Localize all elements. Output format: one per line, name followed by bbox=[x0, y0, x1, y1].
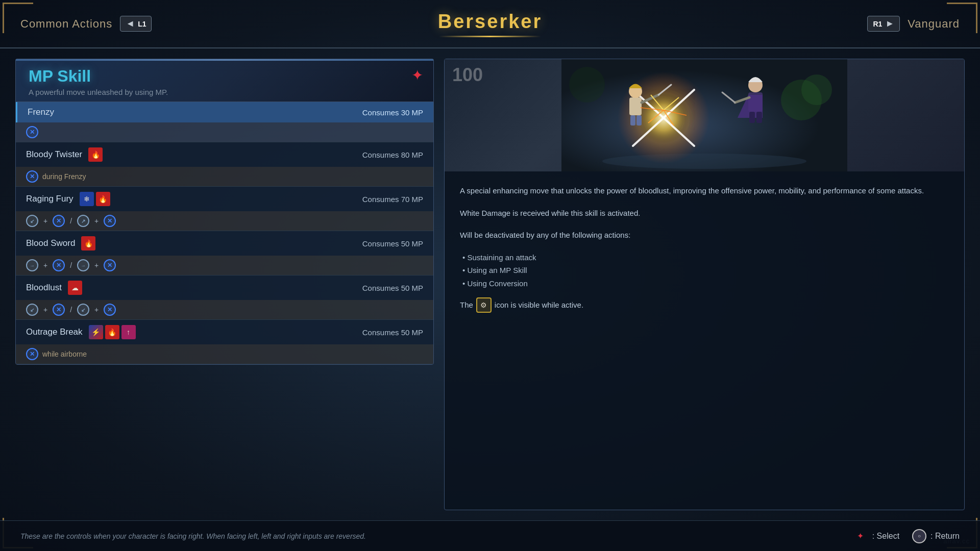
r1-button[interactable]: R1 ► bbox=[867, 16, 900, 32]
r1-label: R1 bbox=[873, 20, 882, 28]
desc-icon-note-section: The ⚙ icon is visible while active. bbox=[460, 297, 583, 313]
type-icon-red-ob: 🔥 bbox=[105, 325, 119, 339]
skill-name-bloodlust: Bloodlust bbox=[26, 283, 62, 293]
svg-rect-6 bbox=[629, 97, 642, 115]
skill-sub-frenzy: ✕ bbox=[16, 122, 433, 142]
type-icon-red-rf: 🔥 bbox=[96, 192, 110, 206]
svg-rect-13 bbox=[756, 112, 762, 123]
desc-list-item-3: • Using Conversion bbox=[460, 277, 949, 290]
main-content: MP Skill A powerful move unleashed by us… bbox=[0, 48, 980, 520]
skill-cost-outrage-break: Consumes 50 MP bbox=[362, 328, 423, 337]
skill-name-area-blood-sword: Blood Sword 🔥 bbox=[26, 236, 95, 251]
desc-white-dmg-section: White Damage is received while this skil… bbox=[460, 207, 949, 220]
desc-icon-suffix: icon is visible while active. bbox=[495, 298, 583, 312]
svg-point-1 bbox=[602, 154, 806, 169]
skill-cost-bloodlust: Consumes 50 MP bbox=[362, 284, 423, 292]
skill-name-area-frenzy: Frenzy bbox=[28, 107, 54, 117]
type-icon-purple-ob: ↑ bbox=[121, 325, 136, 339]
cross-icon-bs1: ✕ bbox=[53, 259, 65, 271]
skill-icons-raging-fury: ❄ 🔥 bbox=[80, 192, 110, 206]
controls-hint: These are the controls when your charact… bbox=[20, 532, 366, 540]
skill-item-outrage-break[interactable]: Outrage Break ⚡ 🔥 ↑ Consumes 50 MP ✕ whi… bbox=[16, 320, 433, 364]
return-control: ○ : Return bbox=[912, 529, 960, 543]
battle-scene-svg bbox=[445, 59, 964, 171]
right-chevron-icon: ► bbox=[885, 18, 894, 29]
panel-icon: ✦ bbox=[411, 67, 423, 84]
desc-white-dmg: White Damage is received while this skil… bbox=[460, 207, 949, 220]
skill-sub-outrage-break: ✕ while airborne bbox=[16, 344, 433, 364]
skill-main-row-raging-fury: Raging Fury ❄ 🔥 Consumes 70 MP bbox=[16, 187, 433, 211]
svg-rect-12 bbox=[749, 112, 755, 123]
skill-main-row-bloody-twister: Bloody Twister 🔥 Consumes 80 MP bbox=[16, 142, 433, 167]
skill-item-raging-fury[interactable]: Raging Fury ❄ 🔥 Consumes 70 MP ↙ + ✕ / ↗… bbox=[16, 187, 433, 231]
select-control: ✦ : Select bbox=[853, 529, 899, 544]
top-navigation: Common Actions ◄ L1 Berserker R1 ► Vangu… bbox=[0, 0, 980, 48]
cross-icon-bl2: ✕ bbox=[104, 304, 116, 316]
skill-list: Frenzy Consumes 30 MP ✕ Bloody Twister 🔥 bbox=[15, 102, 434, 365]
skill-item-frenzy[interactable]: Frenzy Consumes 30 MP ✕ bbox=[16, 102, 433, 142]
skill-preview-image: 100 bbox=[445, 59, 964, 171]
skill-sub-raging-fury: ↙ + ✕ / ↗ + ✕ bbox=[16, 211, 433, 231]
skill-name-area-bloody-twister: Bloody Twister 🔥 bbox=[26, 147, 103, 162]
skill-icons-bloodlust: ☁ bbox=[68, 281, 82, 295]
type-icon-red-bs: 🔥 bbox=[81, 236, 95, 251]
skill-cost-bloody-twister: Consumes 80 MP bbox=[362, 151, 423, 159]
skill-main-row-frenzy: Frenzy Consumes 30 MP bbox=[16, 102, 433, 122]
svg-rect-9 bbox=[636, 115, 642, 126]
common-actions-label: Common Actions bbox=[20, 17, 112, 31]
bottom-bar: These are the controls when your charact… bbox=[0, 520, 980, 551]
desc-list-item-2: • Using an MP Skill bbox=[460, 264, 949, 277]
skill-icons-outrage-break: ⚡ 🔥 ↑ bbox=[89, 325, 136, 339]
nav-right: R1 ► Vanguard bbox=[766, 16, 960, 32]
sub-text-bt: during Frenzy bbox=[42, 172, 86, 181]
skill-name-blood-sword: Blood Sword bbox=[26, 238, 75, 248]
panel-subtitle: A powerful move unleashed by using MP. bbox=[29, 88, 421, 96]
active-skill-icon: ⚙ bbox=[476, 297, 492, 313]
skill-name-bloody-twister: Bloody Twister bbox=[26, 149, 82, 160]
skill-icons-bloody-twister: 🔥 bbox=[88, 147, 103, 162]
type-icon-mixed-ob: ⚡ bbox=[89, 325, 103, 339]
skill-name-area-raging-fury: Raging Fury ❄ 🔥 bbox=[26, 192, 110, 206]
skill-name-frenzy: Frenzy bbox=[28, 107, 54, 117]
type-icon-red-bl: ☁ bbox=[68, 281, 82, 295]
arrow-icon-bs2: → bbox=[77, 259, 89, 271]
nav-left: Common Actions ◄ L1 bbox=[20, 16, 214, 32]
panel-header: MP Skill A powerful move unleashed by us… bbox=[15, 59, 434, 102]
select-label: : Select bbox=[872, 532, 899, 541]
skill-name-area-outrage-break: Outrage Break ⚡ 🔥 ↑ bbox=[26, 325, 136, 339]
skill-item-bloody-twister[interactable]: Bloody Twister 🔥 Consumes 80 MP ✕ during… bbox=[16, 142, 433, 187]
cross-icon-bs2: ✕ bbox=[104, 259, 116, 271]
left-chevron-icon: ◄ bbox=[126, 18, 135, 29]
skill-item-bloodlust[interactable]: Bloodlust ☁ Consumes 50 MP ↙ + ✕ / ↙ + ✕ bbox=[16, 276, 433, 320]
skill-icons-blood-sword: 🔥 bbox=[81, 236, 95, 251]
arrow-icon-rf1: ↙ bbox=[26, 215, 38, 227]
desc-icon-prefix: The bbox=[460, 298, 473, 312]
arrow-icon-bl1: ↙ bbox=[26, 304, 38, 316]
type-icon-blue-rf: ❄ bbox=[80, 192, 94, 206]
title-underline bbox=[439, 36, 541, 37]
skill-item-blood-sword[interactable]: Blood Sword 🔥 Consumes 50 MP → + ✕ / → +… bbox=[16, 231, 433, 276]
cross-icon-ob: ✕ bbox=[26, 348, 38, 360]
skill-main-row-blood-sword: Blood Sword 🔥 Consumes 50 MP bbox=[16, 231, 433, 256]
skill-name-raging-fury: Raging Fury bbox=[26, 194, 74, 204]
skill-sub-blood-sword: → + ✕ / → + ✕ bbox=[16, 256, 433, 275]
l1-button[interactable]: ◄ L1 bbox=[120, 16, 152, 32]
skill-main-row-outrage-break: Outrage Break ⚡ 🔥 ↑ Consumes 50 MP bbox=[16, 320, 433, 344]
skill-name-area-bloodlust: Bloodlust ☁ bbox=[26, 281, 82, 295]
arrow-icon-bl2: ↙ bbox=[77, 304, 89, 316]
skill-sub-bloodlust: ↙ + ✕ / ↙ + ✕ bbox=[16, 300, 433, 319]
svg-rect-8 bbox=[630, 115, 635, 126]
bottom-controls: ✦ : Select ○ : Return bbox=[853, 529, 960, 544]
return-label: : Return bbox=[930, 532, 960, 541]
skill-main-row-bloodlust: Bloodlust ☁ Consumes 50 MP bbox=[16, 276, 433, 300]
nav-center: Berserker bbox=[438, 11, 542, 37]
circle-button-icon: ○ bbox=[912, 529, 926, 543]
cross-icon-rf2: ✕ bbox=[104, 215, 116, 227]
cross-icon-bl1: ✕ bbox=[53, 304, 65, 316]
type-icon-red: 🔥 bbox=[88, 147, 103, 162]
desc-deactivate-section: Will be deactivated by any of the follow… bbox=[460, 229, 949, 290]
arrow-icon-bs1: → bbox=[26, 259, 38, 271]
desc-list-item-1: • Sustaining an attack bbox=[460, 251, 949, 264]
cross-icon: ✕ bbox=[26, 126, 38, 138]
l1-label: L1 bbox=[138, 20, 146, 28]
